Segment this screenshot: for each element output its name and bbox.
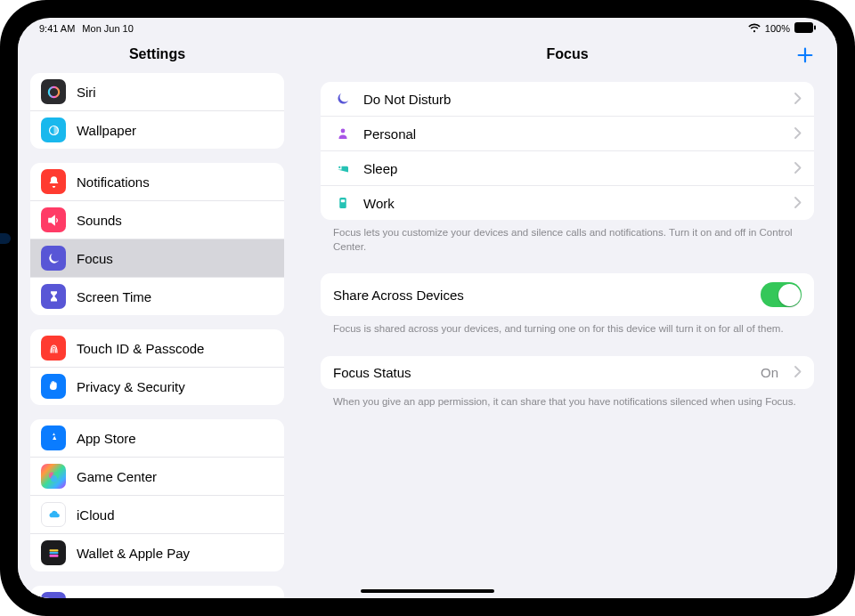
focus-mode-label: Work bbox=[363, 196, 395, 211]
sidebar-item-label: Siri bbox=[77, 85, 96, 100]
sidebar: Settings SiriWallpaperNotificationsSound… bbox=[18, 36, 297, 598]
chevron-right-icon bbox=[794, 92, 802, 107]
share-label: Share Across Devices bbox=[333, 288, 464, 303]
sidebar-item-label: Wallet & Apple Pay bbox=[77, 546, 190, 561]
apps-icon bbox=[41, 592, 66, 598]
sidebar-item-label: Screen Time bbox=[77, 289, 151, 304]
share-group: Share Across Devices bbox=[321, 273, 814, 316]
focus-modes-group: Do Not DisturbPersonalSleepWork bbox=[321, 82, 814, 220]
battery-icon bbox=[794, 22, 816, 35]
svg-rect-18 bbox=[341, 199, 346, 202]
chevron-right-icon bbox=[794, 161, 802, 176]
battery-percent: 100% bbox=[765, 23, 790, 34]
sidebar-item-focus[interactable]: Focus bbox=[30, 239, 284, 277]
bell-icon bbox=[41, 169, 66, 194]
focus-mode-personal[interactable]: Personal bbox=[321, 116, 814, 150]
focus-mode-label: Do Not Disturb bbox=[363, 92, 451, 107]
sidebar-item-label: Sounds bbox=[77, 213, 122, 228]
device-frame: 9:41 AM Mon Jun 10 100% Settings SiriWal… bbox=[0, 0, 855, 616]
sidebar-item-wallpaper[interactable]: Wallpaper bbox=[30, 110, 284, 149]
focus-status-value: On bbox=[761, 365, 778, 380]
sidebar-item-label: Privacy & Security bbox=[77, 379, 185, 394]
appstore-icon bbox=[41, 426, 66, 450]
focus-mode-label: Sleep bbox=[363, 161, 397, 176]
sidebar-item-screen-time[interactable]: Screen Time bbox=[30, 277, 284, 315]
svg-point-6 bbox=[50, 475, 56, 482]
focus-mode-sleep[interactable]: Sleep bbox=[321, 150, 814, 185]
hourglass-icon bbox=[41, 284, 66, 309]
share-footer-note: Focus is shared across your devices, and… bbox=[321, 316, 814, 336]
svg-point-16 bbox=[341, 129, 346, 134]
gamecenter-icon bbox=[41, 464, 66, 489]
moon-icon bbox=[333, 91, 353, 107]
svg-rect-0 bbox=[794, 22, 813, 33]
speaker-icon bbox=[41, 207, 66, 232]
chevron-right-icon bbox=[794, 365, 802, 380]
focus-status-group: Focus Status On bbox=[321, 356, 814, 389]
sidebar-item-label: Focus bbox=[77, 251, 113, 266]
share-toggle[interactable] bbox=[761, 282, 802, 307]
sidebar-item-app-store[interactable]: App Store bbox=[30, 419, 284, 457]
sidebar-item-label: iCloud bbox=[77, 507, 115, 523]
touchid-icon bbox=[41, 336, 66, 361]
cloud-icon bbox=[41, 502, 66, 527]
sidebar-item-wallet-apple-pay[interactable]: Wallet & Apple Pay bbox=[30, 533, 284, 571]
sidebar-item-label: App Store bbox=[77, 431, 136, 446]
sidebar-item-apps[interactable]: Apps bbox=[30, 586, 284, 598]
screen-edge-glow bbox=[0, 233, 11, 244]
detail-pane: Focus Do Not DisturbPersonalSleepWork Fo… bbox=[297, 36, 837, 598]
chevron-right-icon bbox=[794, 196, 802, 211]
svg-rect-1 bbox=[814, 26, 816, 30]
status-time: 9:41 AM bbox=[39, 23, 75, 34]
wallpaper-icon bbox=[41, 118, 66, 142]
svg-rect-7 bbox=[49, 549, 58, 551]
status-date: Mon Jun 10 bbox=[82, 23, 133, 34]
sidebar-item-icloud[interactable]: iCloud bbox=[30, 495, 284, 533]
focus-status-label: Focus Status bbox=[333, 365, 411, 380]
sidebar-title: Settings bbox=[18, 36, 297, 69]
modes-footer-note: Focus lets you customize your devices an… bbox=[321, 220, 814, 254]
share-across-devices-row[interactable]: Share Across Devices bbox=[321, 273, 814, 316]
wifi-icon bbox=[748, 23, 761, 35]
svg-point-2 bbox=[48, 86, 58, 96]
chevron-right-icon bbox=[794, 126, 802, 142]
moon-icon bbox=[41, 246, 66, 271]
svg-rect-17 bbox=[339, 198, 346, 208]
sidebar-item-notifications[interactable]: Notifications bbox=[30, 163, 284, 200]
svg-rect-9 bbox=[49, 554, 58, 556]
home-indicator[interactable] bbox=[361, 589, 494, 593]
focus-mode-label: Personal bbox=[363, 126, 416, 142]
sidebar-item-siri[interactable]: Siri bbox=[30, 73, 284, 110]
focus-mode-do-not-disturb[interactable]: Do Not Disturb bbox=[321, 82, 814, 116]
bed-icon bbox=[333, 160, 353, 176]
sidebar-item-label: Apps bbox=[77, 597, 107, 599]
status-bar: 9:41 AM Mon Jun 10 100% bbox=[18, 18, 837, 36]
sidebar-item-game-center[interactable]: Game Center bbox=[30, 457, 284, 495]
screen: 9:41 AM Mon Jun 10 100% Settings SiriWal… bbox=[18, 18, 837, 598]
sidebar-item-label: Notifications bbox=[77, 174, 150, 190]
sidebar-item-sounds[interactable]: Sounds bbox=[30, 200, 284, 239]
sidebar-item-label: Game Center bbox=[77, 469, 157, 484]
focus-status-row[interactable]: Focus Status On bbox=[321, 356, 814, 389]
sidebar-item-label: Touch ID & Passcode bbox=[77, 341, 204, 356]
siri-icon bbox=[41, 79, 66, 104]
sidebar-item-touch-id-passcode[interactable]: Touch ID & Passcode bbox=[30, 329, 284, 367]
page-title: Focus bbox=[546, 46, 588, 62]
badge-icon bbox=[333, 195, 353, 211]
status-footer-note: When you give an app permission, it can … bbox=[321, 389, 814, 409]
add-focus-button[interactable] bbox=[793, 43, 818, 68]
hand-icon bbox=[41, 374, 66, 399]
person-icon bbox=[333, 126, 353, 142]
focus-mode-work[interactable]: Work bbox=[321, 185, 814, 220]
sidebar-item-label: Wallpaper bbox=[77, 123, 136, 138]
wallet-icon bbox=[41, 540, 66, 565]
sidebar-item-privacy-security[interactable]: Privacy & Security bbox=[30, 367, 284, 405]
svg-rect-8 bbox=[49, 552, 58, 554]
